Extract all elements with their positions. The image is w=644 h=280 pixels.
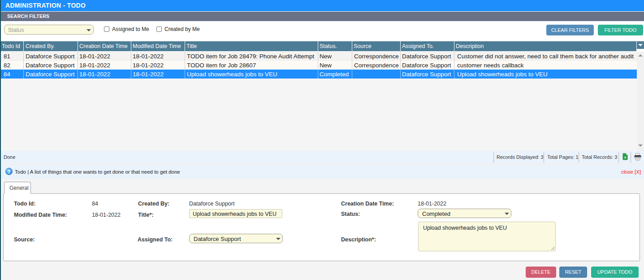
svg-text:x: x — [624, 155, 627, 159]
